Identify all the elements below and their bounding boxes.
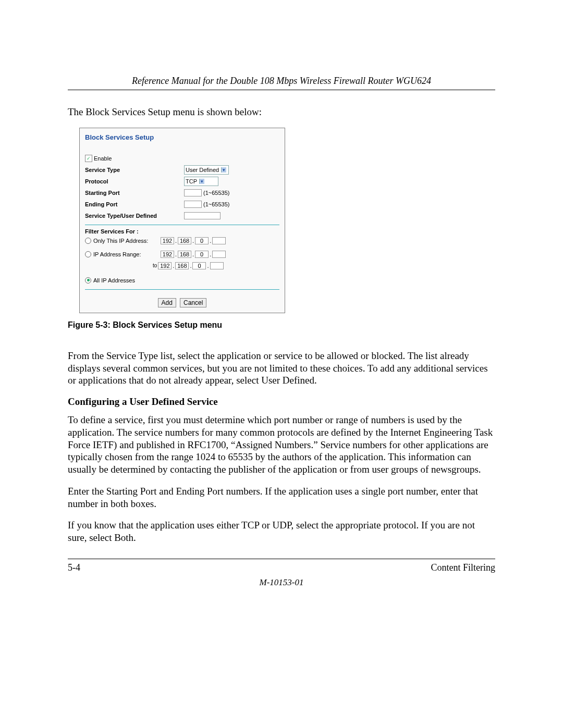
only-ip-fields: 192. 168. 0. [161,237,226,244]
user-defined-label: Service Type/User Defined [85,213,184,219]
section-name: Content Filtering [431,562,496,573]
radio-ip-range[interactable] [85,251,91,257]
manual-title: Reference Manual for the Double 108 Mbps… [68,76,495,90]
add-button[interactable]: Add [158,298,176,307]
ip-octet[interactable] [212,237,226,244]
ip-octet[interactable]: 0 [195,237,209,244]
section-heading: Configuring a User Defined Service [68,396,495,408]
chevron-down-icon: ▾ [199,179,204,184]
ip-octet[interactable]: 0 [192,262,206,269]
figure-caption: Figure 5-3: Block Services Setup menu [68,320,495,330]
range-from-fields: 192. 168. 0. [161,251,226,258]
page-number: 5-4 [68,562,80,573]
ip-range-label: IP Address Range: [93,251,141,257]
ip-octet[interactable] [212,251,226,258]
ending-port-label: Ending Port [85,201,184,207]
radio-all-ip[interactable] [85,277,91,283]
starting-port-label: Starting Port [85,190,184,196]
protocol-select[interactable]: TCP▾ [184,177,218,186]
document-page: Reference Manual for the Double 108 Mbps… [0,0,563,728]
only-ip-label: Only This IP Address: [93,238,148,244]
ip-octet[interactable]: 168 [178,237,191,244]
footer-rule [68,559,495,559]
ip-octet[interactable]: 0 [195,251,209,258]
radio-only-ip[interactable] [85,238,91,244]
ip-octet[interactable]: 192 [161,237,174,244]
header-rule [68,90,495,90]
starting-port-input[interactable] [184,189,202,196]
enable-checkbox[interactable]: ✓ [85,155,92,162]
service-type-label: Service Type [85,167,184,173]
figure-separator [85,225,279,225]
chevron-down-icon: ▾ [221,167,226,172]
service-type-select[interactable]: User Defined▾ [184,165,229,175]
paragraph-4: If you know that the application uses ei… [68,519,495,544]
ip-octet[interactable]: 168 [178,251,191,258]
all-ip-label: All IP Addresses [93,277,135,283]
filter-heading: Filter Services For : [85,228,279,235]
ip-octet[interactable]: 192 [158,262,172,269]
to-label: to [153,263,158,268]
enable-label: Enable [94,155,112,162]
paragraph-3: Enter the Starting Port and Ending Port … [68,485,495,510]
ip-octet[interactable]: 168 [175,262,189,269]
user-defined-input[interactable] [184,212,221,219]
document-code: M-10153-01 [68,577,495,588]
figure-separator [85,289,279,290]
starting-port-hint: (1~65535) [203,190,229,196]
paragraph-1: From the Service Type list, select the a… [68,350,495,387]
figure-block-services-setup: Block Services Setup ✓ Enable Service Ty… [79,128,285,313]
cancel-button[interactable]: Cancel [180,298,206,307]
ip-octet[interactable] [210,262,224,269]
ending-port-input[interactable] [184,201,202,208]
range-to-fields: 192. 168. 0. [158,262,223,269]
protocol-label: Protocol [85,178,184,184]
ending-port-hint: (1~65535) [203,201,229,207]
footer-row: 5-4 Content Filtering [68,562,495,573]
figure-title: Block Services Setup [80,128,285,154]
paragraph-2: To define a service, first you must dete… [68,414,495,476]
ip-octet[interactable]: 192 [161,251,174,258]
intro-paragraph: The Block Services Setup menu is shown b… [68,106,495,118]
